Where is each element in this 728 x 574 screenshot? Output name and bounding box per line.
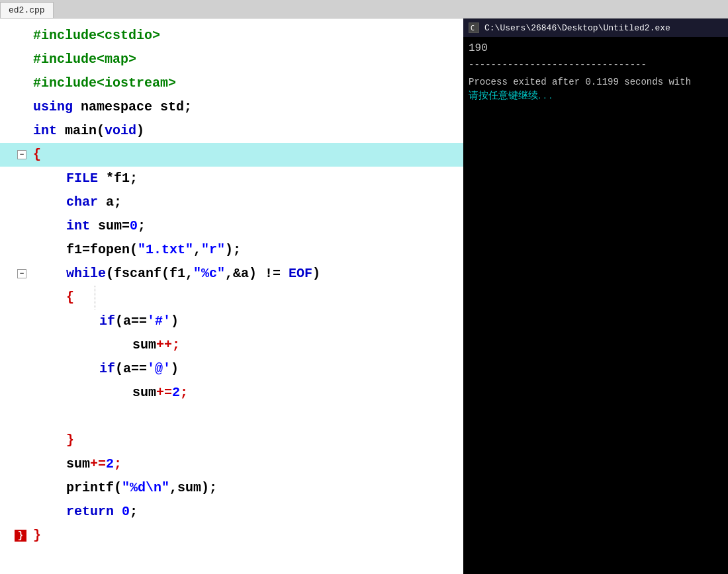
code-text-16d: ;	[180, 381, 188, 405]
fold-marker-6[interactable]: −	[17, 150, 26, 159]
code-text-10d: "r"	[201, 238, 225, 262]
code-text-5d: )	[136, 119, 144, 143]
code-text-13a: if	[99, 309, 115, 333]
code-text-21d: ;	[130, 500, 138, 524]
code-text-5a: int	[33, 119, 57, 143]
console-chinese-prompt: 请按任意键继续. . .	[469, 89, 723, 102]
code-text-20a: printf(	[66, 476, 122, 500]
code-text-22: }	[33, 524, 41, 548]
code-text-15d: )	[171, 357, 179, 381]
code-text-10c: ,	[193, 238, 201, 262]
code-line-7: FILE *f1;	[0, 167, 463, 190]
code-text-10e: );	[225, 238, 241, 262]
code-text-9a: int	[66, 214, 90, 238]
code-text-9d: ;	[138, 214, 146, 238]
console-title-text: C:\Users\26846\Desktop\Untitled2.exe	[484, 23, 670, 33]
svg-text:C: C	[471, 24, 475, 32]
code-text-19b: +=	[90, 452, 106, 476]
code-text-20c: ,sum);	[169, 476, 217, 500]
code-text-11d: ,&a) !=	[225, 262, 289, 286]
code-text-11e: EOF	[289, 262, 312, 286]
code-line-6: − {	[0, 143, 463, 167]
code-line-18: }	[0, 429, 463, 452]
code-text-4b: namespace	[73, 95, 160, 119]
code-text-16c: 2	[172, 381, 180, 405]
code-text-13b: (a==	[115, 309, 147, 333]
console-window: C C:\Users\26846\Desktop\Untitled2.exe 1…	[463, 19, 728, 574]
code-text-8a: char	[66, 190, 98, 214]
code-line-3: #include<iostream>	[0, 71, 463, 95]
code-text-4c: std;	[160, 95, 192, 119]
code-text-10a: f1=fopen(	[66, 238, 138, 262]
code-text-6: {	[33, 143, 41, 167]
code-text-14a: sum	[132, 333, 156, 357]
code-text-16b: +=	[156, 381, 172, 405]
code-text-19d: ;	[114, 452, 122, 476]
code-text-15a: if	[99, 357, 115, 381]
code-text-5c: void	[105, 119, 136, 143]
code-text-15b: (a==	[115, 357, 147, 381]
code-text-21b	[114, 500, 122, 524]
code-text-8b: a;	[98, 190, 122, 214]
code-text-11a: while	[66, 262, 106, 286]
code-text-9c: 0	[130, 214, 138, 238]
code-line-8: char a;	[0, 190, 463, 214]
code-line-21: return 0 ;	[0, 500, 463, 524]
console-body: 190 -------------------------------- Pro…	[463, 37, 728, 574]
code-line-15: if (a== '@' )	[0, 357, 463, 381]
code-text-5b: main(	[57, 119, 105, 143]
console-output-number: 190	[469, 42, 723, 54]
code-line-20: printf( "%d\n" ,sum);	[0, 476, 463, 500]
terminal-icon: C	[469, 23, 478, 32]
code-text-14b: ++;	[156, 333, 180, 357]
code-line-11: − while (fscanf(f1, "%c" ,&a) != EOF )	[0, 262, 463, 286]
code-text-11f: )	[312, 262, 320, 286]
code-text-3: #include<iostream>	[33, 71, 176, 95]
code-text-9b: sum=	[90, 214, 130, 238]
code-text-11b: (fscanf(f1,	[106, 262, 193, 286]
code-line-1: #include<cstdio>	[0, 24, 463, 48]
code-text-7a: FILE	[66, 167, 98, 190]
code-text-7b: *f1;	[98, 167, 138, 190]
code-text-15c: '@'	[147, 357, 171, 381]
code-line-10: f1=fopen( "1.txt" , "r" );	[0, 238, 463, 262]
code-line-4: using namespace std;	[0, 95, 463, 119]
code-line-16: sum += 2 ;	[0, 381, 463, 405]
console-titlebar: C C:\Users\26846\Desktop\Untitled2.exe	[463, 19, 728, 37]
code-line-22: } }	[0, 524, 463, 548]
code-editor: #include<cstdio> #include<map> #include<…	[0, 19, 463, 574]
code-text-10b: "1.txt"	[138, 238, 193, 262]
tab-ed2cpp[interactable]: ed2.cpp	[0, 2, 54, 18]
editor-container: #include<cstdio> #include<map> #include<…	[0, 19, 728, 574]
code-text-1: #include<cstdio>	[33, 24, 160, 48]
code-text-20b: "%d\n"	[122, 476, 169, 500]
code-text-21a: return	[66, 500, 114, 524]
code-line-13: if (a== '#' )	[0, 309, 463, 333]
code-text-13c: '#'	[147, 309, 171, 333]
console-process-text: Process exited after 0.1199 seconds with	[469, 75, 723, 89]
code-text-11c: "%c"	[193, 262, 225, 286]
code-line-2: #include<map>	[0, 48, 463, 71]
code-line-14: sum ++;	[0, 333, 463, 357]
bracket-marker-22: }	[15, 530, 26, 542]
console-separator: --------------------------------	[469, 60, 723, 70]
code-text-16a: sum	[132, 381, 156, 405]
code-line-9: int sum= 0 ;	[0, 214, 463, 238]
fold-marker-11[interactable]: −	[17, 269, 26, 278]
code-line-5: int main( void )	[0, 119, 463, 143]
console-app-icon: C	[469, 22, 479, 33]
code-text-13d: )	[171, 309, 179, 333]
code-text-21c: 0	[122, 500, 130, 524]
code-line-19: sum += 2 ;	[0, 452, 463, 476]
code-line-17	[0, 405, 463, 429]
gutter-11: −	[0, 269, 30, 278]
code-text-19a: sum	[66, 452, 90, 476]
block-indent-line	[95, 286, 95, 309]
code-text-2: #include<map>	[33, 48, 136, 71]
code-text-4: using	[33, 95, 73, 119]
code-content: #include<cstdio> #include<map> #include<…	[0, 19, 463, 553]
code-text-19c: 2	[106, 452, 114, 476]
code-text-18: }	[66, 429, 74, 452]
gutter-6: −	[0, 150, 30, 159]
code-text-12: {	[66, 286, 74, 309]
